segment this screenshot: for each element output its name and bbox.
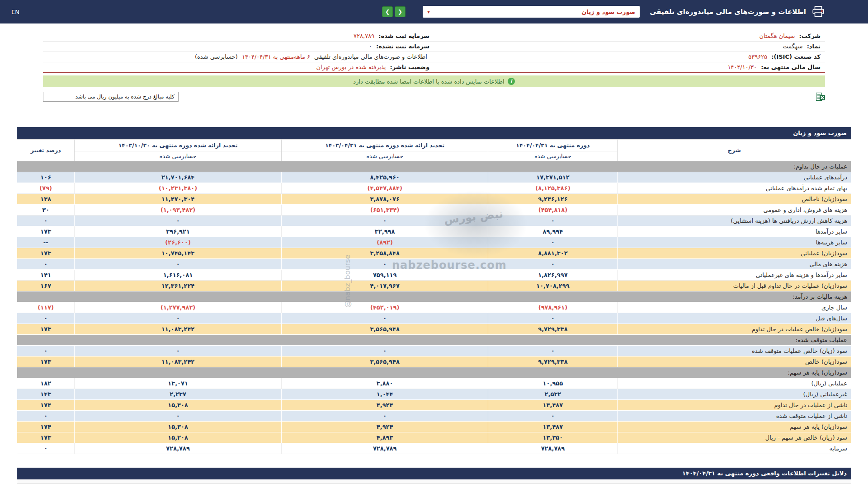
row-value: ۳۲,۹۹۸ — [281, 226, 488, 237]
row-value: ۰ — [488, 216, 618, 226]
row-value: ۱۲,۳۶۱,۲۲۴ — [75, 281, 282, 291]
table-row: سایر هزینه‌ها۰(۸۹۲)(۲۶,۶۰۰)-- — [17, 237, 851, 248]
section-label: عملیات متوقف شده: — [17, 335, 851, 346]
row-change: ۱۴۳ — [17, 389, 75, 400]
table-row: سال‌های قبل۰۰۰۰ — [17, 313, 851, 324]
row-change: ۱۶۷ — [17, 281, 75, 291]
row-value: ۱۱,۰۸۳,۲۴۲ — [75, 357, 282, 367]
income-statement-table: شرح دوره منتهی به ۱۴۰۴/۰۴/۳۱ تجدید ارائه… — [17, 139, 851, 454]
table-row: سرمایه۷۲۸,۷۸۹۷۲۸,۷۸۹۷۲۸,۷۸۹۰ — [17, 443, 851, 454]
row-value: ۰ — [488, 411, 618, 422]
isic-label: کد صنعت (ISIC): — [771, 53, 821, 60]
company-info-row: شرکت: سیمان هگمتان سرمایه ثبت شده: ۷۲۸,۷… — [43, 31, 825, 41]
report-period-suffix: (حسابرسی شده) — [195, 53, 238, 60]
row-value: ۱۵,۳۰۸ — [75, 400, 282, 411]
table-row: ناشی از عملیات در حال تداوم۱۳,۴۸۷۴,۹۲۴۱۵… — [17, 400, 851, 411]
row-label: سود(زیان) خالص عملیات در حال تداوم — [618, 324, 851, 335]
row-value: ۸,۸۸۱,۳۰۲ — [488, 248, 618, 259]
row-value: ۰ — [488, 313, 618, 324]
company-info-row: سال مالی منتهی به: ۱۴۰۴/۱۰/۳۰ وضعیت ناشر… — [43, 62, 825, 72]
row-value: (۴۵۴,۸۱۸) — [488, 205, 618, 216]
changes-reason-header: دلایل تغییرات اطلاعات واقعی دوره منتهی ب… — [17, 468, 851, 479]
currency-unit-note: کلیه مبالغ درج شده به میلیون ریال می باش… — [43, 92, 179, 102]
row-value: ۰ — [281, 346, 488, 357]
row-value: ۱۱,۴۷۰,۳۰۴ — [75, 194, 282, 205]
company-info-row: نماد: سهگمت سرمایه ثبت نشده: ۰ — [43, 41, 825, 52]
col-header-description: شرح — [618, 140, 851, 161]
income-statement-body: عملیات در حال تداوم:درآمدهای عملیاتی۱۷,۳… — [17, 161, 851, 454]
table-row: عملیاتی (ریال)۱۰,۹۵۵۳,۸۸۰۱۳,۰۷۱۱۸۲ — [17, 378, 851, 389]
company-info-table: شرکت: سیمان هگمتان سرمایه ثبت شده: ۷۲۸,۷… — [43, 31, 825, 73]
issuer-status-value: پذیرفته شده در بورس تهران — [316, 64, 386, 70]
row-value: ۳,۵۶۵,۹۴۸ — [281, 357, 488, 367]
row-change: -- — [17, 237, 75, 248]
company-info-section: شرکت: سیمان هگمتان سرمایه ثبت شده: ۷۲۸,۷… — [43, 31, 825, 73]
row-value: ۰ — [488, 237, 618, 248]
row-label: سایر درآمدها و هزینه های غیرعملیاتی — [618, 270, 851, 281]
row-value: ۳,۵۶۵,۹۴۸ — [281, 324, 488, 335]
row-label: هزینه های فروش، اداری و عمومی — [618, 205, 851, 216]
row-label: ناشی از عملیات متوقف شده — [618, 411, 851, 422]
signature-match-notice: i اطلاعات نمایش داده شده با اطلاعات امضا… — [43, 75, 825, 87]
row-label: سود(زیان) ناخالص — [618, 194, 851, 205]
report-type-dropdown[interactable]: صورت سود و زیان ▾ — [423, 6, 640, 18]
table-row: سود(زیان) ناخالص۹,۲۴۶,۱۲۶۳,۸۷۸,۰۷۶۱۱,۴۷۰… — [17, 194, 851, 205]
row-change: ۱۳۸ — [17, 194, 75, 205]
table-header-row: شرح دوره منتهی به ۱۴۰۴/۰۴/۳۱ تجدید ارائه… — [17, 140, 851, 151]
table-row: سود (زیان) خالص عملیات متوقف شده۰۰۰۰ — [17, 346, 851, 357]
section-label: هزینه مالیات بر درآمد: — [17, 291, 851, 302]
row-label: سود (زیان) خالص عملیات متوقف شده — [618, 346, 851, 357]
row-change: (۱۱۷) — [17, 302, 75, 313]
row-value: ۱,۸۲۶,۹۹۷ — [488, 270, 618, 281]
language-toggle[interactable]: EN — [11, 9, 19, 15]
row-change: ۰ — [17, 313, 75, 324]
row-value: (۹۷۸,۹۶۱) — [488, 302, 618, 313]
row-value: ۷۲۸,۷۸۹ — [281, 443, 488, 454]
row-label: سایر هزینه‌ها — [618, 237, 851, 248]
notice-text: اطلاعات نمایش داده شده با اطلاعات امضا ش… — [353, 78, 504, 85]
unit-note-row: کلیه مبالغ درج شده به میلیون ریال می باش… — [43, 92, 825, 102]
report-period-prefix: اطلاعات و صورت‌های مالی میاندوره‌ای تلفی… — [312, 53, 427, 60]
row-label: بهای تمام شده درآمدهای عملیاتی — [618, 183, 851, 194]
row-change: ۳۰ — [17, 205, 75, 216]
row-value: ۴,۹۲۴ — [281, 400, 488, 411]
row-value: ۴,۹۲۴ — [281, 422, 488, 432]
section-row: عملیات در حال تداوم: — [17, 161, 851, 172]
row-change: ۱۷۳ — [17, 226, 75, 237]
row-value: ۲,۲۳۷ — [75, 389, 282, 400]
row-change: ۱۷۳ — [17, 357, 75, 367]
col-header-period-restated-1: تجدید ارائه شده دوره منتهی به ۱۴۰۳/۰۴/۳۱ — [281, 140, 488, 151]
row-value: ۱۷,۳۷۱,۵۱۲ — [488, 172, 618, 183]
row-value: ۴,۸۹۳ — [281, 432, 488, 443]
printer-icon[interactable] — [811, 5, 825, 19]
row-label: درآمدهای عملیاتی — [618, 172, 851, 183]
row-value: (۲۶,۶۰۰) — [75, 237, 282, 248]
row-value: ۱,۰۴۴ — [281, 389, 488, 400]
row-value: ۰ — [75, 346, 282, 357]
row-value: ۱۰,۷۰۸,۲۹۹ — [488, 281, 618, 291]
row-value: ۹,۷۲۹,۳۳۸ — [488, 324, 618, 335]
registered-capital-value: ۷۲۸,۷۸۹ — [354, 33, 374, 39]
page-title: اطلاعات و صورت‌های مالی میاندوره‌ای تلفی… — [650, 8, 806, 16]
excel-export-icon[interactable] — [816, 92, 825, 101]
next-report-button[interactable]: ❯ — [382, 6, 393, 17]
table-row: سایر درآمدها۸۹,۹۹۴۳۲,۹۹۸۳۹۶,۹۲۱۱۷۳ — [17, 226, 851, 237]
registered-capital-label: سرمایه ثبت شده: — [378, 33, 429, 39]
report-nav-buttons: ❮ ❯ — [382, 6, 406, 17]
table-row: سود(زیان) خالص۹,۷۲۹,۳۳۸۳,۵۶۵,۹۴۸۱۱,۰۸۳,۲… — [17, 357, 851, 367]
unregistered-capital-label: سرمایه ثبت نشده: — [376, 43, 429, 50]
row-value: ۰ — [488, 346, 618, 357]
row-value: ۳,۸۸۰ — [281, 378, 488, 389]
row-label: ناشی از عملیات در حال تداوم — [618, 400, 851, 411]
row-value: ۱,۶۱۶,۰۸۱ — [75, 270, 282, 281]
row-label: هزینه های مالی — [618, 259, 851, 270]
section-row: عملیات متوقف شده: — [17, 335, 851, 346]
info-icon: i — [508, 78, 515, 85]
row-label: سال‌های قبل — [618, 313, 851, 324]
isic-value: ۵۳۹۶۲۵ — [748, 53, 767, 60]
prev-report-button[interactable]: ❮ — [395, 6, 406, 17]
currency-unit-text: کلیه مبالغ درج شده به میلیون ریال می باش… — [75, 94, 175, 100]
row-value: ۱۵,۲۰۸ — [75, 432, 282, 443]
top-header: اطلاعات و صورت‌های مالی میاندوره‌ای تلفی… — [0, 0, 868, 23]
row-value: ۰ — [75, 313, 282, 324]
